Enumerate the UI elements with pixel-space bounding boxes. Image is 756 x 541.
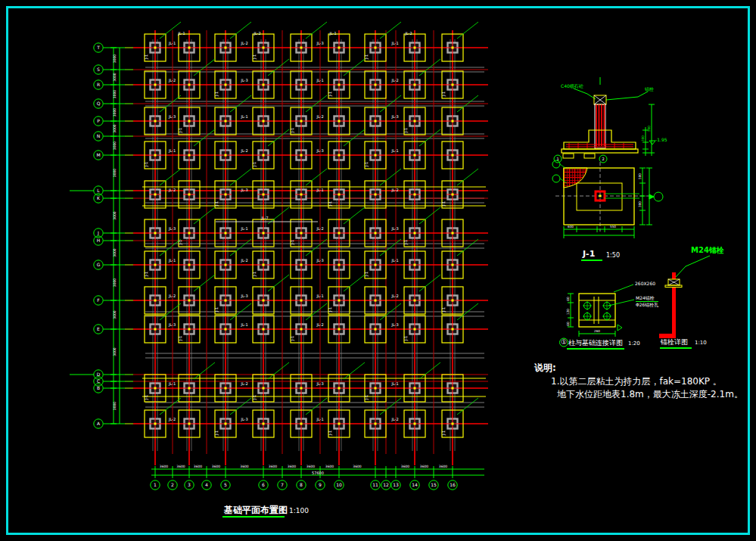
cad-drawing-canvas: TSRQPNMLKJHGFEDCBA3000300030003000300030… [0, 0, 756, 541]
connection-caption-prefix: ① [561, 339, 567, 346]
connection-scale: 1:20 [628, 341, 640, 347]
anchor-bolt-label-2: Φ26锚栓孔 [636, 303, 658, 307]
connection-caption-underline [567, 348, 624, 350]
section-anchor-label: 锚栓 [645, 87, 654, 92]
plate-size-label: 260X260 [635, 281, 655, 286]
detail-j1-scale: 1:50 [606, 253, 620, 259]
detail-j1-caption: J-1 [583, 250, 595, 258]
bolt-caption-underline [660, 347, 692, 349]
bolt-detail-caption: 锚栓详图 [661, 339, 688, 346]
title-underline [222, 516, 285, 518]
section-grout-label: C40细石砼 [561, 84, 583, 89]
notes-line-2: 地下水位距地表1.8m，最大冻土深度-2.1m。 [557, 390, 743, 399]
section-elevation-label: -1.95 [655, 138, 667, 142]
sheet-border [6, 6, 750, 535]
bolt-detail-scale: 1:10 [695, 340, 707, 346]
notes-heading: 说明: [534, 363, 556, 372]
anchor-bolt-label-1: M24锚栓 [636, 296, 655, 300]
notes-line-1: 1.以第二层粘土为持力层，fak=180KP 。 [551, 377, 722, 386]
m24-bolt-label: M24锚栓 [691, 247, 724, 254]
drawing-title: 基础平面布置图 [224, 505, 288, 515]
drawing-scale: 1:100 [289, 508, 309, 515]
connection-caption: 柱与基础连接详图 [568, 340, 623, 347]
j1-caption-underline [581, 260, 602, 261]
